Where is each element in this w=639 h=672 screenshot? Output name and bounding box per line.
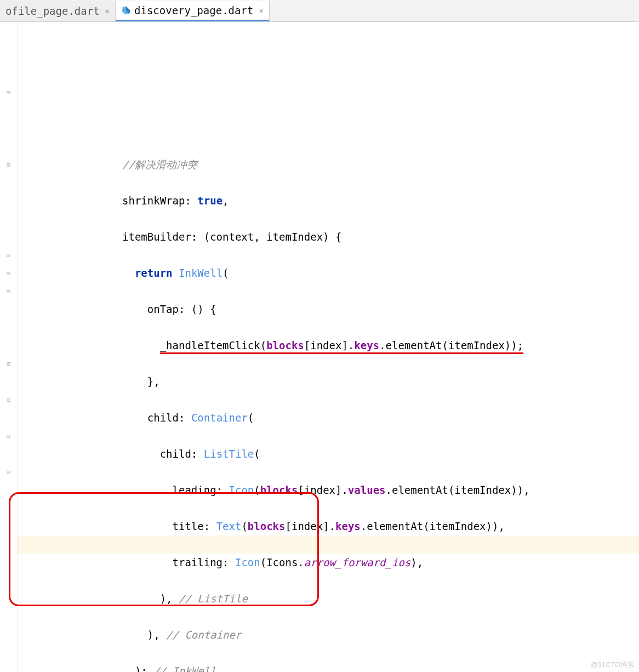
code-line: _handleItemClick(blocks[index].keys.elem… [22,337,639,355]
tab-label: ofile_page.dart [5,5,100,17]
dart-file-icon [121,5,131,15]
fold-icon[interactable]: ⊟ [0,156,17,174]
fold-icon[interactable]: ⊟ [0,391,17,409]
code-line: leading: Icon(blocks[index].values.eleme… [22,481,639,499]
fold-icon[interactable]: ⊟ [0,282,17,300]
code-editor[interactable]: ⊟ ⊟ ⊟ ⊟ ⊟ ⊟ ⊟ ⊟ ⊟ //解决滑 [0,22,639,672]
fold-icon[interactable]: ⊟ [0,463,17,481]
tab-bar: ofile_page.dart ✕ discovery_page.dart ✕ [0,0,639,22]
code-line: ), // ListTile [22,590,639,608]
fold-icon[interactable]: ⊟ [0,355,17,373]
code-line: return InkWell( [22,264,639,282]
code-area[interactable]: //解决滑动冲突 shrinkWrap: true, itemBuilder: … [18,22,639,672]
code-line: shrinkWrap: true, [22,192,639,210]
fold-icon[interactable]: ⊟ [0,427,17,445]
close-icon[interactable]: ✕ [259,6,263,15]
code-line: ); // InkWell [22,662,639,672]
code-line: child: Container( [22,409,639,427]
tab-profile-page[interactable]: ofile_page.dart ✕ [0,1,116,21]
code-line: onTap: () { [22,300,639,318]
code-line: }, [22,373,639,391]
code-line: child: ListTile( [22,445,639,463]
code-line: //解决滑动冲突 [22,156,639,174]
fold-icon[interactable]: ⊟ [0,246,17,264]
tab-label: discovery_page.dart [134,4,253,16]
code-line: ), // Container [22,626,639,644]
gutter: ⊟ ⊟ ⊟ ⊟ ⊟ ⊟ ⊟ ⊟ ⊟ [0,22,18,672]
fold-icon[interactable]: ⊟ [0,264,17,282]
code-line: title: Text(blocks[index].keys.elementAt… [22,517,639,536]
code-line: trailing: Icon(Icons.arrow_forward_ios), [22,554,639,572]
fold-icon[interactable]: ⊟ [0,83,17,101]
tab-discovery-page[interactable]: discovery_page.dart ✕ [116,1,270,21]
close-icon[interactable]: ✕ [105,7,110,15]
code-line: itemBuilder: (context, itemIndex) { [22,228,639,246]
